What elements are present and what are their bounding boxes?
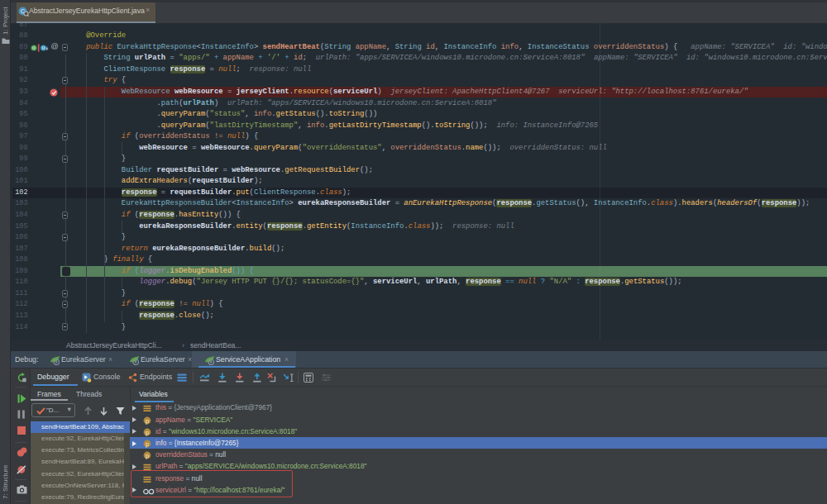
svg-text:p: p [146, 429, 149, 436]
svg-text:p: p [146, 452, 149, 459]
svg-text:p: p [146, 417, 149, 425]
svg-text:p: p [146, 440, 149, 448]
